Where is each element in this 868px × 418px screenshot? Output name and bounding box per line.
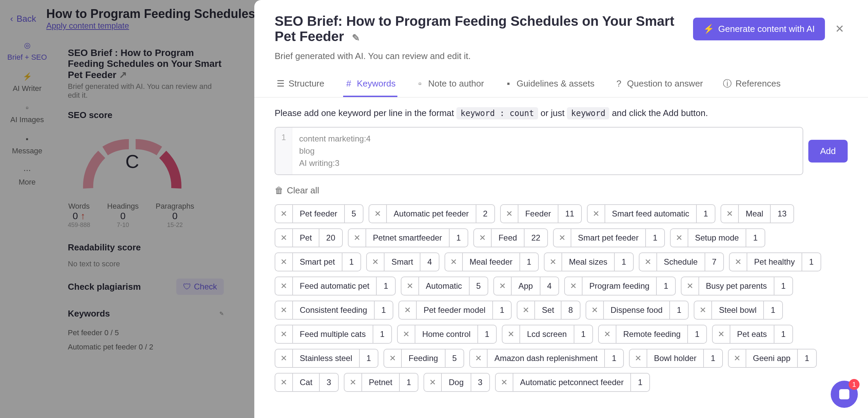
remove-keyword-icon[interactable]: ✕ bbox=[470, 349, 488, 367]
keyword-count[interactable]: 1 bbox=[657, 277, 675, 295]
keyword-count[interactable]: 11 bbox=[558, 205, 581, 223]
keyword-count[interactable]: 1 bbox=[360, 349, 378, 367]
keyword-label[interactable]: Meal bbox=[739, 205, 771, 223]
keyword-label[interactable]: Pet eats bbox=[730, 325, 774, 343]
remove-keyword-icon[interactable]: ✕ bbox=[671, 229, 688, 247]
remove-keyword-icon[interactable]: ✕ bbox=[349, 229, 366, 247]
remove-keyword-icon[interactable]: ✕ bbox=[682, 277, 699, 295]
intercom-button[interactable]: 1 bbox=[831, 381, 858, 408]
remove-keyword-icon[interactable]: ✕ bbox=[545, 253, 562, 271]
keyword-count[interactable]: 1 bbox=[697, 205, 715, 223]
keyword-count[interactable]: 2 bbox=[476, 205, 494, 223]
keyword-label[interactable]: Feed automatic pet bbox=[293, 277, 377, 295]
remove-keyword-icon[interactable]: ✕ bbox=[384, 349, 402, 367]
keyword-count[interactable]: 1 bbox=[342, 253, 360, 271]
keyword-label[interactable]: Pet feeder bbox=[293, 205, 345, 223]
keyword-label[interactable]: Smart pet feeder bbox=[571, 229, 646, 247]
keyword-label[interactable]: Consistent feeding bbox=[293, 301, 375, 319]
keyword-count[interactable]: 1 bbox=[764, 301, 782, 319]
keyword-label[interactable]: Smart feed automatic bbox=[605, 205, 697, 223]
keyword-count[interactable]: 1 bbox=[670, 301, 688, 319]
keyword-count[interactable]: 1 bbox=[400, 374, 418, 391]
remove-keyword-icon[interactable]: ✕ bbox=[275, 325, 293, 343]
remove-keyword-icon[interactable]: ✕ bbox=[721, 205, 739, 223]
remove-keyword-icon[interactable]: ✕ bbox=[586, 301, 604, 319]
keyword-count[interactable]: 13 bbox=[771, 205, 793, 223]
keyword-count[interactable]: 5 bbox=[470, 277, 488, 295]
remove-keyword-icon[interactable]: ✕ bbox=[275, 253, 293, 271]
keyword-count[interactable]: 1 bbox=[373, 325, 391, 343]
keyword-label[interactable]: Dog bbox=[442, 374, 471, 391]
keyword-label[interactable]: Geeni app bbox=[746, 349, 798, 367]
keyword-label[interactable]: Pet feeder model bbox=[417, 301, 493, 319]
keyword-label[interactable]: Petnet bbox=[362, 374, 400, 391]
remove-keyword-icon[interactable]: ✕ bbox=[517, 301, 535, 319]
keyword-label[interactable]: Automatic pet feeder bbox=[387, 205, 476, 223]
keyword-label[interactable]: Feed multiple cats bbox=[293, 325, 373, 343]
keyword-count[interactable]: 1 bbox=[574, 325, 592, 343]
keyword-label[interactable]: Meal feeder bbox=[463, 253, 520, 271]
keyword-count[interactable]: 1 bbox=[377, 277, 395, 295]
keyword-count[interactable]: 1 bbox=[478, 325, 496, 343]
keyword-label[interactable]: Automatic bbox=[419, 277, 470, 295]
keyword-count[interactable]: 1 bbox=[688, 325, 706, 343]
remove-keyword-icon[interactable]: ✕ bbox=[630, 349, 647, 367]
keyword-label[interactable]: App bbox=[512, 277, 540, 295]
close-button[interactable]: ✕ bbox=[832, 19, 848, 39]
remove-keyword-icon[interactable]: ✕ bbox=[554, 229, 571, 247]
keyword-count[interactable]: 1 bbox=[520, 253, 538, 271]
keyword-label[interactable]: Pet bbox=[293, 229, 319, 247]
keyword-label[interactable]: Automatic petconnect feeder bbox=[513, 374, 631, 391]
keyword-count[interactable]: 22 bbox=[525, 229, 547, 247]
remove-keyword-icon[interactable]: ✕ bbox=[639, 253, 657, 271]
tab-references[interactable]: ⓘ References bbox=[722, 72, 782, 97]
remove-keyword-icon[interactable]: ✕ bbox=[369, 205, 387, 223]
keyword-label[interactable]: Home control bbox=[415, 325, 478, 343]
remove-keyword-icon[interactable]: ✕ bbox=[275, 277, 293, 295]
keyword-label[interactable]: Feed bbox=[492, 229, 525, 247]
keyword-label[interactable]: Smart bbox=[384, 253, 420, 271]
keyword-count[interactable]: 5 bbox=[446, 349, 463, 367]
remove-keyword-icon[interactable]: ✕ bbox=[730, 253, 747, 271]
remove-keyword-icon[interactable]: ✕ bbox=[399, 301, 417, 319]
remove-keyword-icon[interactable]: ✕ bbox=[445, 253, 463, 271]
remove-keyword-icon[interactable]: ✕ bbox=[398, 325, 415, 343]
keyword-count[interactable]: 8 bbox=[561, 301, 579, 319]
keyword-label[interactable]: Feeding bbox=[402, 349, 446, 367]
keyword-count[interactable]: 1 bbox=[774, 277, 792, 295]
remove-keyword-icon[interactable]: ✕ bbox=[501, 205, 518, 223]
keyword-count[interactable]: 1 bbox=[802, 253, 820, 271]
remove-keyword-icon[interactable]: ✕ bbox=[599, 325, 616, 343]
keyword-label[interactable]: Smart pet bbox=[293, 253, 342, 271]
remove-keyword-icon[interactable]: ✕ bbox=[729, 349, 746, 367]
tab-question[interactable]: ? Question to answer bbox=[613, 72, 705, 97]
tab-note[interactable]: ▫ Note to author bbox=[414, 72, 486, 97]
keyword-count[interactable]: 3 bbox=[320, 374, 338, 391]
keyword-count[interactable]: 1 bbox=[704, 349, 722, 367]
keyword-label[interactable]: Busy pet parents bbox=[699, 277, 774, 295]
keyword-label[interactable]: Dispense food bbox=[604, 301, 670, 319]
generate-content-button[interactable]: ⚡ Generate content with AI bbox=[693, 18, 825, 40]
remove-keyword-icon[interactable]: ✕ bbox=[565, 277, 583, 295]
remove-keyword-icon[interactable]: ✕ bbox=[494, 277, 512, 295]
keyword-label[interactable]: Schedule bbox=[657, 253, 705, 271]
keyword-count[interactable]: 1 bbox=[375, 301, 393, 319]
keyword-label[interactable]: Set bbox=[535, 301, 561, 319]
keyword-count[interactable]: 1 bbox=[646, 229, 664, 247]
keyword-count[interactable]: 7 bbox=[705, 253, 723, 271]
keyword-label[interactable]: Cat bbox=[293, 374, 320, 391]
remove-keyword-icon[interactable]: ✕ bbox=[275, 205, 293, 223]
keyword-count[interactable]: 1 bbox=[615, 253, 633, 271]
keyword-count[interactable]: 1 bbox=[605, 349, 623, 367]
keyword-label[interactable]: Pet healthy bbox=[747, 253, 802, 271]
keyword-count[interactable]: 3 bbox=[471, 374, 489, 391]
remove-keyword-icon[interactable]: ✕ bbox=[401, 277, 419, 295]
remove-keyword-icon[interactable]: ✕ bbox=[275, 349, 293, 367]
keyword-label[interactable]: Bowl holder bbox=[647, 349, 704, 367]
keyword-count[interactable]: 1 bbox=[493, 301, 511, 319]
keyword-count[interactable]: 1 bbox=[450, 229, 468, 247]
keyword-label[interactable]: Amazon dash replenishment bbox=[488, 349, 605, 367]
remove-keyword-icon[interactable]: ✕ bbox=[588, 205, 605, 223]
remove-keyword-icon[interactable]: ✕ bbox=[275, 229, 293, 247]
remove-keyword-icon[interactable]: ✕ bbox=[344, 374, 362, 391]
